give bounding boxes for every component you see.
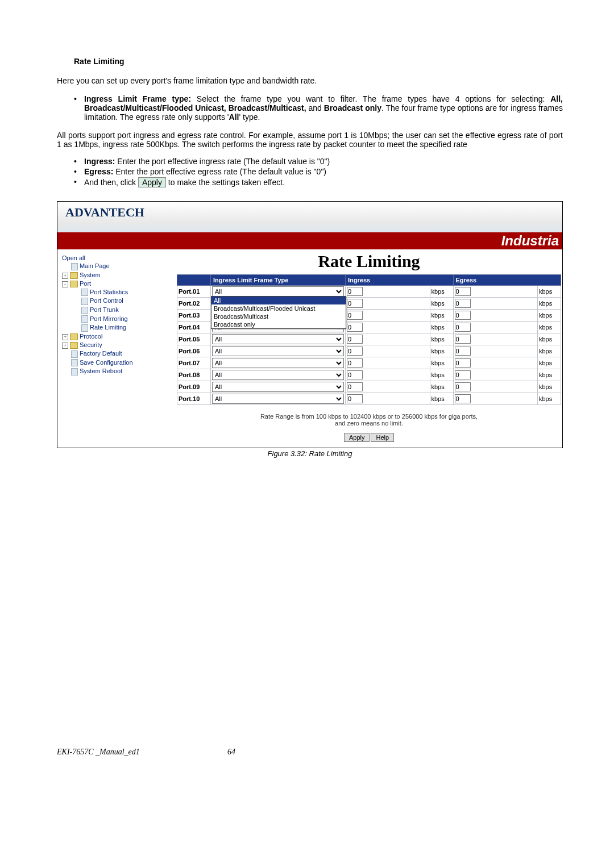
port-label: Port.05 — [177, 333, 211, 345]
frame-type-select[interactable]: All — [212, 370, 344, 380]
port-label: Port.08 — [177, 369, 211, 381]
unit-label: kbps — [538, 298, 561, 310]
ingress-input[interactable] — [347, 311, 363, 320]
ingress-input[interactable] — [347, 287, 363, 296]
sidebar-item-port-statistics[interactable]: Port Statistics — [62, 288, 176, 297]
unit-label: kbps — [538, 286, 561, 298]
dropdown-option[interactable]: Broadcast/Multicast — [211, 312, 346, 320]
folder-icon — [70, 342, 78, 349]
figure-caption: Figure 3.32: Rate Limiting — [57, 449, 563, 458]
ports-paragraph: All ports support port ingress and egres… — [57, 131, 563, 149]
col-blank — [177, 275, 211, 286]
page-icon — [81, 289, 88, 296]
table-row: Port.07Allkbpskbps — [177, 357, 561, 369]
egress-input[interactable] — [455, 347, 471, 356]
frame-type-dropdown[interactable]: AllBroadcast/Multicast/Flooded UnicastBr… — [211, 296, 346, 329]
frame-type-cell: All — [211, 393, 346, 405]
unit-label: kbps — [538, 357, 561, 369]
sidebar-item-save-configuration[interactable]: Save Configuration — [62, 358, 176, 368]
frame-type-select[interactable]: All — [212, 382, 344, 392]
dropdown-option[interactable]: Broadcast/Multicast/Flooded Unicast — [211, 304, 346, 312]
table-row: Port.05Allkbpskbps — [177, 333, 561, 345]
sidebar-item-port-mirroring[interactable]: Port Mirroring — [62, 315, 176, 324]
ingress-input[interactable] — [347, 347, 363, 356]
help-button[interactable]: Help — [371, 433, 394, 442]
frame-type-select[interactable]: All — [212, 286, 344, 297]
bullet-ingress-frame-type: Ingress Limit Frame type: Select the fra… — [74, 94, 563, 122]
port-label: Port.02 — [177, 298, 211, 310]
unit-label: kbps — [538, 322, 561, 333]
expand-icon[interactable]: + — [62, 343, 68, 349]
sidebar-item-system[interactable]: +System — [62, 271, 176, 279]
page-title: Rate Limiting — [177, 252, 561, 271]
col-frame-type: Ingress Limit Frame Type — [211, 275, 346, 286]
page-icon — [81, 298, 88, 305]
ingress-input[interactable] — [347, 394, 363, 403]
egress-input[interactable] — [455, 323, 471, 332]
egress-input[interactable] — [455, 311, 471, 320]
frame-type-select[interactable]: All — [212, 394, 344, 404]
sidebar-item-rate-limiting[interactable]: Rate Limiting — [62, 323, 176, 332]
egress-input[interactable] — [455, 370, 471, 379]
port-label: Port.10 — [177, 393, 211, 405]
unit-label: kbps — [430, 286, 453, 298]
egress-input[interactable] — [455, 358, 471, 368]
col-ingress: Ingress — [346, 275, 454, 286]
open-all-link[interactable]: Open all — [62, 254, 176, 262]
unit-label: kbps — [538, 333, 561, 345]
dropdown-option[interactable]: All — [211, 297, 346, 304]
page-icon — [81, 324, 88, 332]
table-row: Port.06Allkbpskbps — [177, 345, 561, 357]
page-icon — [71, 350, 78, 358]
table-row: Port.10Allkbpskbps — [177, 393, 561, 405]
unit-label: kbps — [538, 393, 561, 405]
table-row: Port.09Allkbpskbps — [177, 381, 561, 393]
egress-input[interactable] — [455, 382, 471, 391]
sidebar-item-port-trunk[interactable]: Port Trunk — [62, 306, 176, 315]
egress-input[interactable] — [455, 335, 471, 344]
section-heading: Rate Limiting — [74, 57, 563, 66]
frame-type-select[interactable]: All — [212, 334, 344, 344]
ingress-input[interactable] — [347, 335, 363, 344]
unit-label: kbps — [538, 345, 561, 357]
frame-type-cell: All — [211, 369, 346, 381]
egress-input[interactable] — [455, 299, 471, 308]
egress-input[interactable] — [455, 287, 471, 296]
egress-input[interactable] — [455, 394, 471, 403]
collapse-icon[interactable]: - — [62, 281, 68, 287]
expand-icon[interactable]: + — [62, 334, 68, 340]
unit-label: kbps — [430, 381, 453, 393]
frame-type-select[interactable]: All — [212, 346, 344, 356]
ingress-input[interactable] — [347, 382, 363, 391]
bullet-apply: And then, click Apply to make the settin… — [74, 177, 563, 187]
sidebar-item-port[interactable]: -Port — [62, 279, 176, 288]
page-icon — [81, 315, 88, 323]
ingress-input[interactable] — [347, 370, 363, 379]
sidebar-item-security[interactable]: +Security — [62, 341, 176, 349]
rate-range-note: Rate Range is from 100 kbps to 102400 kb… — [177, 413, 561, 427]
frame-type-select[interactable]: All — [212, 358, 344, 368]
bullet-ingress: Ingress: Enter the port effective ingres… — [74, 157, 563, 166]
expand-icon[interactable]: + — [62, 273, 68, 279]
dropdown-option[interactable]: Broadcast only — [211, 320, 346, 328]
frame-type-cell: AllAllBroadcast/Multicast/Flooded Unicas… — [211, 286, 346, 298]
sidebar-item-main-page[interactable]: Main Page — [62, 262, 176, 271]
unit-label: kbps — [430, 298, 453, 310]
advantech-logo: ADVANTECH — [57, 202, 562, 220]
sidebar-item-port-control[interactable]: Port Control — [62, 297, 176, 306]
ingress-input[interactable] — [347, 323, 363, 332]
unit-label: kbps — [430, 333, 453, 345]
ingress-input[interactable] — [347, 299, 363, 308]
sidebar-item-system-reboot[interactable]: System Reboot — [62, 367, 176, 376]
banner-text: Industria — [501, 233, 559, 248]
sidebar-item-factory-default[interactable]: Factory Default — [62, 349, 176, 358]
table-row: Port.08Allkbpskbps — [177, 369, 561, 381]
sidebar-item-protocol[interactable]: +Protocol — [62, 332, 176, 341]
unit-label: kbps — [430, 345, 453, 357]
screenshot-rate-limiting: ADVANTECH Industria Open all Main Page +… — [57, 201, 563, 448]
unit-label: kbps — [430, 310, 453, 322]
folder-icon — [70, 333, 78, 340]
apply-button[interactable]: Apply — [344, 433, 370, 442]
nav-tree: Open all Main Page +System -Port Port St… — [57, 249, 176, 448]
ingress-input[interactable] — [347, 358, 363, 368]
